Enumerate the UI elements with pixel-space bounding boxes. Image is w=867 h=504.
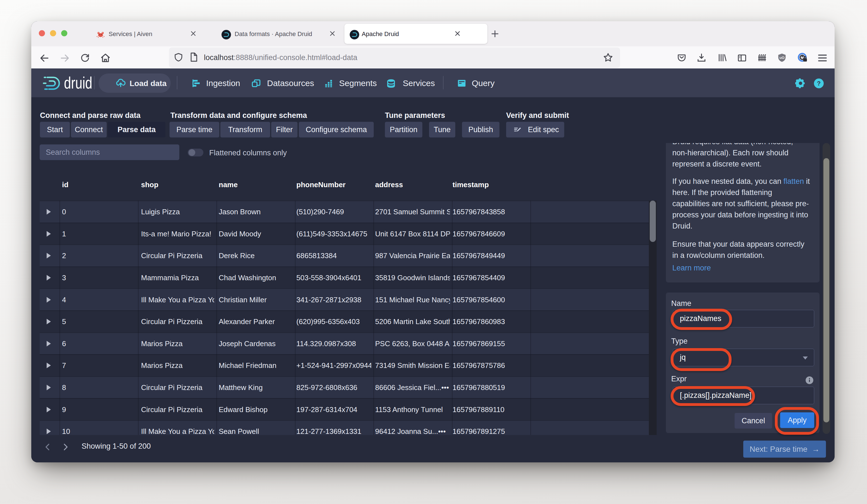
svg-text:uO: uO [779, 56, 784, 60]
svg-text:?: ? [817, 80, 821, 87]
